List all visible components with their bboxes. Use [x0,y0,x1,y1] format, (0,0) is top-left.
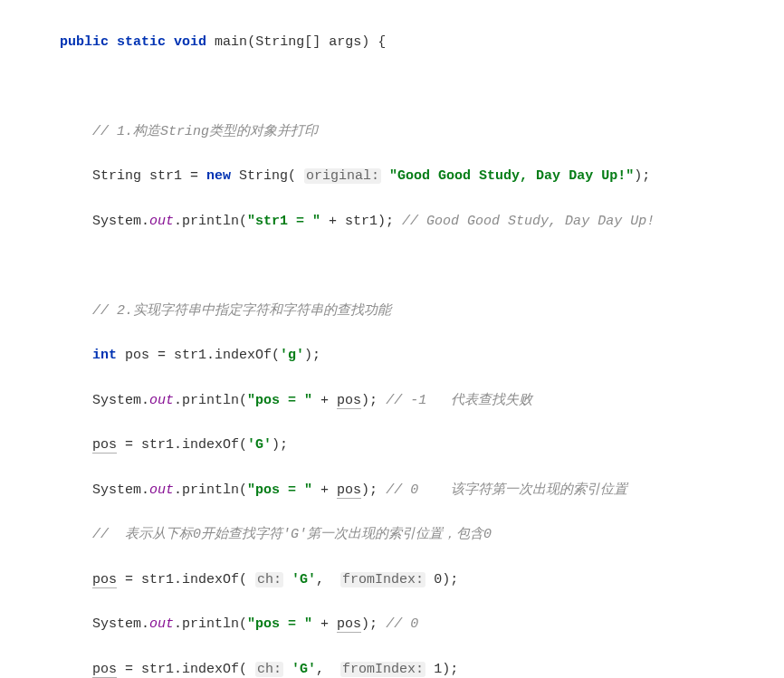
code: + [312,616,337,632]
number: 0 [425,572,442,587]
string-literal: "pos = " [247,393,312,408]
char-literal: 'G' [283,572,316,587]
var-pos: pos [337,393,361,409]
code-line: pos = str1.indexOf( ch: 'G', fromIndex: … [18,659,775,678]
blank-line [18,76,775,99]
string-literal: "str1 = " [247,214,320,229]
code: System. [92,482,149,498]
type: String [92,168,141,184]
code: pos = str1.indexOf( [117,348,280,363]
code: = str1.indexOf( [117,572,255,587]
code: .println( [174,482,247,498]
code: ); [304,348,320,363]
code-line: System.out.println("pos = " + pos); // -… [18,390,775,413]
code: .println( [174,616,247,632]
code-line: public static void main(String[] args) { [18,32,775,54]
param-hint: original: [304,168,381,184]
param-hint: ch: [255,662,283,677]
field-out: out [149,214,174,229]
char-literal: 'g' [280,348,304,363]
var-pos: pos [92,572,117,588]
code: System. [92,616,149,632]
code: + [312,393,337,408]
field-out: out [149,482,174,498]
code: System. [92,393,149,408]
code-line: System.out.println("pos = " + pos); // 0… [18,480,775,502]
code: str1 = [141,168,206,184]
comment: // 2.实现字符串中指定字符和字符串的查找功能 [92,303,391,319]
code: ); [442,572,458,587]
code: ); [442,662,458,677]
code: [] args) { [304,34,386,50]
code: .println( [174,393,247,408]
param-hint: fromIndex: [340,572,425,587]
string-literal: "pos = " [247,482,312,498]
string-literal: "pos = " [247,616,312,632]
code: ); [272,437,288,453]
code: String( [231,168,304,184]
var-pos: pos [92,437,117,454]
code-line: String str1 = new String( original: "Goo… [18,166,775,188]
code-line: pos = str1.indexOf( ch: 'G', fromIndex: … [18,569,775,592]
keyword-public: public [60,34,109,50]
param-hint: fromIndex: [340,662,425,677]
var-pos: pos [92,662,117,678]
code: , [316,662,340,677]
code: ); [361,393,386,408]
code: + [312,482,337,498]
char-literal: 'G' [283,662,316,677]
blank-line [18,255,775,278]
code-line: pos = str1.indexOf('G'); [18,434,775,457]
field-out: out [149,393,174,408]
number: 1 [425,662,442,677]
param-hint: ch: [255,572,283,587]
code: , [316,572,340,587]
code: = str1.indexOf( [117,662,255,677]
code: ); [361,616,386,632]
type: String [255,34,304,50]
code-editor: public static void main(String[] args) {… [0,0,784,678]
code-line: // 2.实现字符串中指定字符和字符串的查找功能 [18,301,775,323]
code-line: // 1.构造String类型的对象并打印 [18,121,775,144]
code-line: int pos = str1.indexOf('g'); [18,345,775,368]
code: System. [92,214,149,229]
var-pos: pos [337,482,361,499]
comment: // -1 代表查找失败 [386,393,532,408]
code-line: // 表示从下标0开始查找字符'G'第一次出现的索引位置，包含0 [18,524,775,547]
keyword-new: new [206,168,231,184]
comment: // 1.构造String类型的对象并打印 [92,124,318,139]
code-line: System.out.println("str1 = " + str1); //… [18,211,775,234]
keyword-void: void [174,34,206,50]
comment: // 0 [386,616,418,632]
code: ); [634,168,650,184]
code: .println( [174,214,247,229]
keyword-int: int [92,348,117,363]
method-name: main [215,34,247,50]
code: ); [361,482,386,498]
code-line: System.out.println("pos = " + pos); // 0 [18,614,775,636]
comment: // 0 该字符第一次出现的索引位置 [386,482,627,498]
comment: // 表示从下标0开始查找字符'G'第一次出现的索引位置，包含0 [92,527,492,542]
field-out: out [149,616,174,632]
code: = str1.indexOf( [117,437,247,453]
char-literal: 'G' [247,437,272,453]
keyword-static: static [117,34,166,50]
comment: // Good Good Study, Day Day Up! [402,214,655,229]
var-pos: pos [337,616,361,633]
code: + str1); [320,214,402,229]
string-literal: "Good Good Study, Day Day Up!" [381,168,634,184]
